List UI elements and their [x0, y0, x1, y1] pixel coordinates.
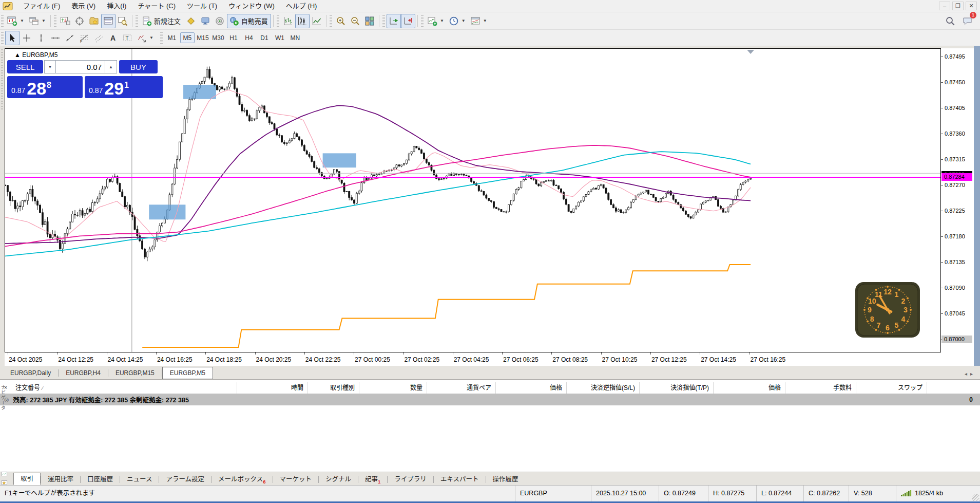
orders-table-body[interactable] [0, 405, 980, 472]
collapse-arrow-icon[interactable]: ▲ [14, 51, 21, 59]
terminal-button[interactable] [101, 14, 116, 28]
terminal-tab-4[interactable]: アラーム設定 [159, 474, 211, 485]
indicators-button[interactable]: ▼ [425, 14, 447, 28]
menu-item-2[interactable]: 挿入(I) [101, 0, 132, 12]
timeframe-m1-button[interactable]: M1 [165, 32, 179, 43]
menu-item-5[interactable]: ウィンドウ (W) [223, 0, 280, 12]
time-axis[interactable]: 24 Oct 202524 Oct 12:2524 Oct 14:2524 Oc… [5, 352, 974, 366]
signals-button[interactable] [213, 14, 227, 28]
column-header-5[interactable]: 価格 [496, 382, 567, 394]
docked-navigator-tab[interactable]: ナビゲータ [0, 385, 7, 411]
resize-grip[interactable] [972, 494, 979, 501]
menu-item-1[interactable]: 表示 (V) [66, 0, 101, 12]
chart-shift-button[interactable] [401, 14, 415, 28]
column-header-6[interactable]: 決済逆指値(S/L) [567, 382, 640, 394]
minimize-button[interactable]: – [939, 2, 950, 10]
chart-pane[interactable]: ▲ EURGBP,M5 SELL ▼ ▲ BUY 0.87 28 8 [5, 48, 941, 352]
hosting-button[interactable] [198, 14, 213, 28]
mini-chart-docked-button[interactable] [1, 471, 12, 479]
timeframe-w1-button[interactable]: W1 [273, 32, 287, 43]
menu-item-0[interactable]: ファイル (F) [17, 0, 66, 12]
column-header-8[interactable]: 価格 [714, 382, 785, 394]
chart-tab-eurgbpm15[interactable]: EURGBP,M15 [108, 368, 162, 379]
channel-tool-button[interactable] [91, 31, 106, 45]
lot-size-input[interactable] [56, 60, 105, 73]
horizontal-line-tool-button[interactable] [48, 31, 63, 45]
column-header-9[interactable]: 手数料 [785, 382, 856, 394]
text-tool-button[interactable]: A [106, 31, 120, 45]
lot-decrease-button[interactable]: ▼ [44, 60, 56, 73]
timeframe-mn-button[interactable]: MN [288, 32, 302, 43]
data-window-button[interactable] [72, 14, 87, 28]
app-icon[interactable] [2, 1, 13, 11]
analog-clock-widget[interactable]: 123456789101112 [855, 282, 920, 338]
editor-button[interactable] [184, 14, 198, 28]
chart-tab-eurgbph4[interactable]: EURGBP,H4 [59, 368, 108, 379]
column-header-2[interactable]: 取引種別 [308, 382, 359, 394]
terminal-tab-5[interactable]: メールボックス6 [212, 474, 272, 485]
auto-scroll-button[interactable] [387, 14, 401, 28]
crosshair-tool-button[interactable] [20, 31, 34, 45]
chart-tab-eurgbpm5[interactable]: EURGBP,M5 [162, 367, 213, 379]
zoom-out-button[interactable] [348, 14, 362, 28]
buy-price-panel[interactable]: 0.87 29 1 [85, 76, 163, 98]
strategy-tester-button[interactable] [116, 14, 130, 28]
price-axis[interactable]: 0.874950.874500.874050.873600.873150.872… [941, 48, 974, 352]
search-button[interactable] [943, 14, 957, 28]
line-chart-button[interactable] [310, 14, 324, 28]
timeframe-h4-button[interactable]: H4 [242, 32, 256, 43]
vertical-line-tool-button[interactable] [34, 31, 48, 45]
timeframe-m15-button[interactable]: M15 [196, 32, 210, 43]
new-order-button[interactable]: 新規注文 [140, 14, 184, 28]
sell-button[interactable]: SELL [7, 60, 43, 73]
tab-scroll-left-icon[interactable]: ◂ [965, 371, 967, 377]
cursor-tool-button[interactable] [5, 31, 20, 45]
terminal-tab-11[interactable]: 操作履歴 [486, 474, 525, 485]
new-chart-button[interactable]: ▼ [5, 14, 27, 28]
candles-chart-button[interactable] [295, 14, 310, 28]
profiles-dropdown-icon[interactable]: ▼ [41, 18, 46, 23]
menu-item-6[interactable]: ヘルプ (H) [280, 0, 323, 12]
trendline-tool-button[interactable] [63, 31, 77, 45]
column-header-7[interactable]: 決済指値(T/P) [640, 382, 714, 394]
column-header-11[interactable]: 損益 [927, 382, 980, 394]
terminal-tab-0[interactable]: 取引 [13, 473, 41, 485]
periods-button[interactable]: ▼ [447, 14, 468, 28]
terminal-tab-1[interactable]: 運用比率 [41, 474, 80, 485]
terminal-tab-8[interactable]: 記事1 [358, 474, 387, 485]
timeframe-m30-button[interactable]: M30 [211, 32, 225, 43]
text-label-tool-button[interactable]: T [120, 31, 134, 45]
tile-windows-button[interactable] [362, 14, 377, 28]
timeframe-h1-button[interactable]: H1 [226, 32, 241, 43]
terminal-tab-2[interactable]: 口座履歴 [81, 474, 120, 485]
bars-chart-button[interactable] [281, 14, 295, 28]
templates-button[interactable]: ▼ [468, 14, 490, 28]
sell-price-panel[interactable]: 0.87 28 8 [7, 76, 83, 98]
column-header-3[interactable]: 数量 [359, 382, 427, 394]
zoom-in-button[interactable] [334, 14, 348, 28]
terminal-tab-10[interactable]: エキスパート [434, 474, 486, 485]
templates-dropdown-icon[interactable]: ▼ [483, 18, 488, 23]
terminal-tab-9[interactable]: ライブラリ [388, 474, 433, 485]
chat-button[interactable]: 1 [960, 14, 975, 28]
arrows-tool-button[interactable]: ▼ [134, 31, 156, 45]
periods-dropdown-icon[interactable]: ▼ [461, 18, 466, 23]
new-chart-dropdown-icon[interactable]: ▼ [20, 18, 25, 23]
buy-button[interactable]: BUY [119, 60, 158, 73]
restore-button[interactable]: ❐ [952, 2, 964, 10]
navigator-button[interactable] [87, 14, 101, 28]
column-header-4[interactable]: 通貨ペア [427, 382, 496, 394]
indicators-dropdown-icon[interactable]: ▼ [439, 18, 445, 23]
column-header-10[interactable]: スワップ [856, 382, 927, 394]
auto-trading-button[interactable]: 自動売買 [227, 14, 271, 28]
terminal-tab-6[interactable]: マーケット [273, 474, 319, 485]
arrows-dropdown-icon[interactable]: ▼ [149, 35, 154, 40]
menu-item-4[interactable]: ツール (T) [181, 0, 223, 12]
chart-tab-eurgbpdaily[interactable]: EURGBP,Daily [3, 368, 58, 379]
fibonacci-tool-button[interactable]: F [77, 31, 91, 45]
terminal-tab-7[interactable]: シグナル [319, 474, 358, 485]
timeframe-d1-button[interactable]: D1 [257, 32, 272, 43]
tab-scroll-right-icon[interactable]: ▸ [970, 371, 973, 377]
column-header-1[interactable]: 時間 [237, 382, 308, 394]
menu-item-3[interactable]: チャート (C) [132, 0, 181, 12]
